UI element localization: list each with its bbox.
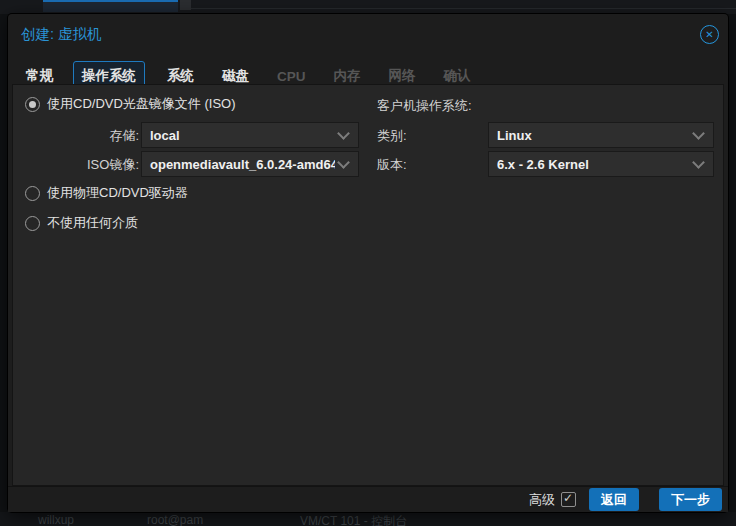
- close-icon[interactable]: ✕: [700, 25, 719, 44]
- guest-os-heading: 客户机操作系统:: [377, 97, 472, 115]
- radio-use-iso[interactable]: 使用CD/DVD光盘镜像文件 (ISO): [25, 95, 236, 113]
- os-panel: 使用CD/DVD光盘镜像文件 (ISO) 存储: local ISO镜像: op…: [12, 84, 724, 486]
- radio-use-iso-label: 使用CD/DVD光盘镜像文件 (ISO): [47, 95, 236, 113]
- os-version-label: 版本:: [377, 156, 407, 174]
- storage-value: local: [142, 128, 335, 143]
- iso-image-select[interactable]: openmediavault_6.0.24-amd64.i: [141, 151, 359, 177]
- iso-image-value: openmediavault_6.0.24-amd64.i: [142, 157, 335, 172]
- next-button[interactable]: 下一步: [659, 488, 722, 511]
- chevron-down-icon: [692, 156, 705, 169]
- radio-no-media-label: 不使用任何介质: [47, 214, 138, 232]
- background-task-row: willxup root@pam VM/CT 101 - 控制台: [0, 512, 736, 526]
- radio-icon: [25, 97, 40, 112]
- radio-icon: [25, 186, 40, 201]
- background-user-name: root@pam: [147, 513, 203, 526]
- dialog-titlebar[interactable]: 创建: 虚拟机 ✕: [8, 14, 728, 54]
- back-button[interactable]: 返回: [589, 488, 639, 511]
- background-node-name: willxup: [38, 513, 74, 526]
- background-tabstrip-line: [191, 8, 736, 9]
- radio-physical-drive-label: 使用物理CD/DVD驱动器: [47, 184, 188, 202]
- os-type-value: Linux: [489, 128, 690, 143]
- background-task-description: VM/CT 101 - 控制台: [300, 513, 407, 526]
- iso-image-label: ISO镜像:: [13, 156, 139, 174]
- radio-icon: [25, 216, 40, 231]
- storage-label: 存储:: [13, 127, 139, 145]
- chevron-down-icon: [337, 156, 350, 169]
- chevron-down-icon: [337, 127, 350, 140]
- os-type-label: 类别:: [377, 127, 407, 145]
- create-vm-dialog: 创建: 虚拟机 ✕ 常规 操作系统 系统 磁盘 CPU 内存 网络 确认 使用C…: [8, 14, 728, 512]
- storage-select[interactable]: local: [141, 122, 359, 148]
- dialog-title: 创建: 虚拟机: [21, 25, 102, 44]
- os-version-select[interactable]: 6.x - 2.6 Kernel: [488, 151, 714, 177]
- advanced-checkbox[interactable]: [561, 492, 576, 507]
- chevron-down-icon: [692, 127, 705, 140]
- os-version-value: 6.x - 2.6 Kernel: [489, 157, 690, 172]
- os-type-select[interactable]: Linux: [488, 122, 714, 148]
- advanced-label: 高级: [529, 491, 555, 509]
- background-header-strip: [0, 0, 736, 14]
- radio-physical-drive[interactable]: 使用物理CD/DVD驱动器: [25, 184, 188, 202]
- radio-no-media[interactable]: 不使用任何介质: [25, 214, 138, 232]
- background-active-tab: [43, 0, 178, 12]
- background-tab-separator: [180, 0, 191, 10]
- dialog-footer: 高级 返回 下一步: [8, 486, 728, 512]
